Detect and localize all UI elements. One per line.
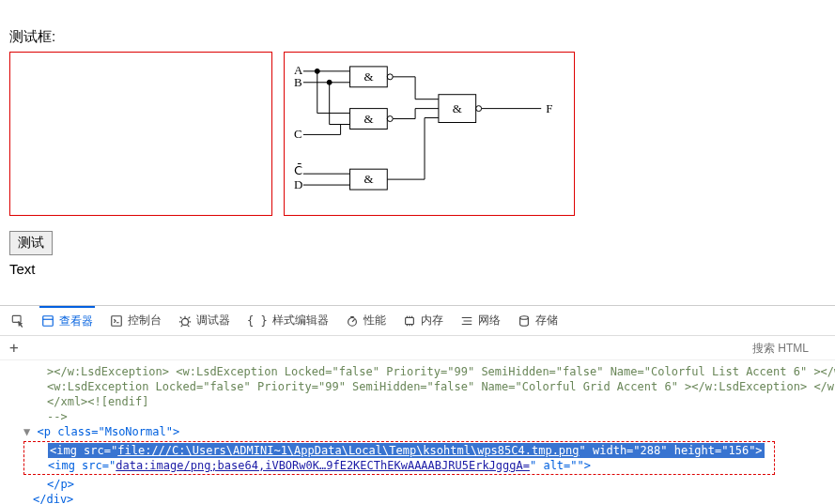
circuit-diagram-box: A B C C̄ D & & & & F [284, 52, 575, 216]
svg-rect-36 [405, 317, 413, 324]
code-div-close: </div> [33, 493, 73, 504]
tab-network[interactable]: 网络 [458, 306, 503, 335]
svg-point-37 [519, 315, 528, 319]
devtools-source-view[interactable]: ></w:LsdException> <w:LsdException Locke… [0, 360, 835, 504]
selected-img-element[interactable]: <img src="file:///C:\Users\ADMINI~1\AppD… [48, 443, 765, 458]
input-d-label: D [294, 177, 302, 191]
element-picker-icon[interactable] [9, 306, 26, 335]
tab-storage[interactable]: 存储 [516, 306, 560, 335]
gate3-label: & [363, 172, 373, 186]
code-p-open: <p class="MsoNormal"> [37, 425, 179, 438]
svg-point-11 [315, 69, 319, 73]
test-button[interactable]: 测试 [9, 231, 53, 255]
logic-circuit-svg: A B C C̄ D & & & & F [285, 53, 574, 216]
tab-console[interactable]: 控制台 [108, 306, 163, 335]
svg-point-4 [387, 74, 393, 80]
test-box-label: 测试框: [9, 28, 826, 46]
tab-performance[interactable]: 性能 [344, 306, 388, 335]
svg-point-5 [387, 116, 393, 122]
gate4-label: & [453, 101, 462, 115]
tab-debugger[interactable]: 调试器 [177, 306, 232, 335]
gate1-label: & [363, 69, 373, 84]
tab-style-editor[interactable]: { } 样式编辑器 [245, 306, 331, 335]
img-element-2[interactable]: <img src="data:image/png;base64,iVBORw0K… [48, 458, 772, 473]
devtools-search-input[interactable] [750, 341, 826, 356]
add-icon[interactable]: + [9, 339, 19, 357]
svg-rect-31 [43, 316, 54, 327]
selected-elements-frame: <img src="file:///C:\Users\ADMINI~1\AppD… [23, 441, 775, 475]
svg-point-12 [327, 80, 332, 84]
input-b-label: B [294, 75, 302, 89]
devtools-toolbar: 查看器 控制台 调试器 { } 样式编辑器 性能 内存 网络 存储 [0, 306, 835, 336]
svg-rect-30 [12, 315, 21, 322]
devtools-panel: 查看器 控制台 调试器 { } 样式编辑器 性能 内存 网络 存储 [0, 305, 835, 504]
code-p-close: </p> [47, 478, 74, 491]
code-line: </xml><![endif] [47, 395, 148, 408]
input-c-label: C [294, 127, 302, 141]
input-cbar-label: C̄ [294, 163, 302, 177]
devtools-subtoolbar: + [0, 336, 835, 360]
code-line: <w:LsdException Locked="false" Priority=… [47, 380, 835, 393]
output-f-label: F [546, 101, 552, 115]
test-box-left[interactable] [9, 52, 272, 216]
code-line: ></w:LsdException> <w:LsdException Locke… [47, 365, 835, 378]
code-line: --> [47, 410, 68, 423]
svg-point-6 [476, 106, 482, 112]
tab-memory[interactable]: 内存 [401, 306, 445, 335]
tab-inspector[interactable]: 查看器 [39, 306, 95, 335]
svg-rect-33 [112, 315, 122, 326]
gate2-label: & [363, 112, 373, 126]
text-output: Text [9, 261, 826, 277]
svg-point-34 [182, 318, 189, 325]
